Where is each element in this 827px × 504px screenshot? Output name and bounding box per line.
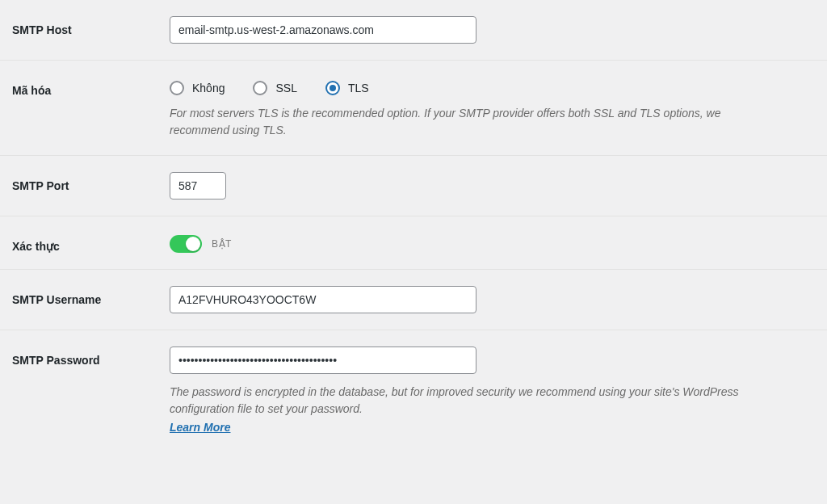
radio-icon (253, 81, 267, 95)
smtp-password-row: SMTP Password The password is encrypted … (0, 330, 827, 450)
encryption-tls-label: TLS (348, 82, 369, 94)
smtp-port-input[interactable] (170, 172, 226, 200)
encryption-row: Mã hóa Không SSL TLS For most servers TL… (0, 61, 827, 156)
learn-more-link[interactable]: Learn More (170, 421, 815, 434)
encryption-label: Mã hóa (12, 77, 170, 139)
smtp-username-row: SMTP Username (0, 270, 827, 330)
encryption-none-label: Không (192, 82, 225, 94)
encryption-ssl-label: SSL (275, 82, 296, 94)
toggle-knob-icon (186, 237, 200, 251)
encryption-radio-none[interactable]: Không (170, 81, 225, 95)
auth-label: Xác thực (12, 233, 170, 253)
smtp-password-help-text: The password is encrypted in the databas… (170, 384, 783, 418)
radio-icon (170, 81, 184, 95)
smtp-password-label: SMTP Password (12, 346, 170, 434)
smtp-username-input[interactable] (170, 286, 476, 313)
encryption-radio-group: Không SSL TLS (170, 77, 815, 95)
auth-toggle-status: BẬT (212, 238, 232, 250)
auth-row: Xác thực BẬT (0, 216, 827, 270)
smtp-settings-form: SMTP Host Mã hóa Không SSL TLS (0, 0, 827, 450)
encryption-radio-tls[interactable]: TLS (325, 81, 369, 95)
auth-toggle[interactable] (170, 235, 202, 253)
smtp-host-label: SMTP Host (12, 16, 170, 44)
radio-icon (325, 81, 340, 95)
encryption-help-text: For most servers TLS is the recommended … (170, 105, 783, 139)
smtp-port-row: SMTP Port (0, 156, 827, 216)
smtp-host-row: SMTP Host (0, 0, 827, 61)
smtp-host-input[interactable] (170, 16, 476, 44)
smtp-port-label: SMTP Port (12, 172, 170, 200)
smtp-password-input[interactable] (170, 346, 476, 374)
encryption-radio-ssl[interactable]: SSL (253, 81, 296, 95)
smtp-username-label: SMTP Username (12, 286, 170, 313)
